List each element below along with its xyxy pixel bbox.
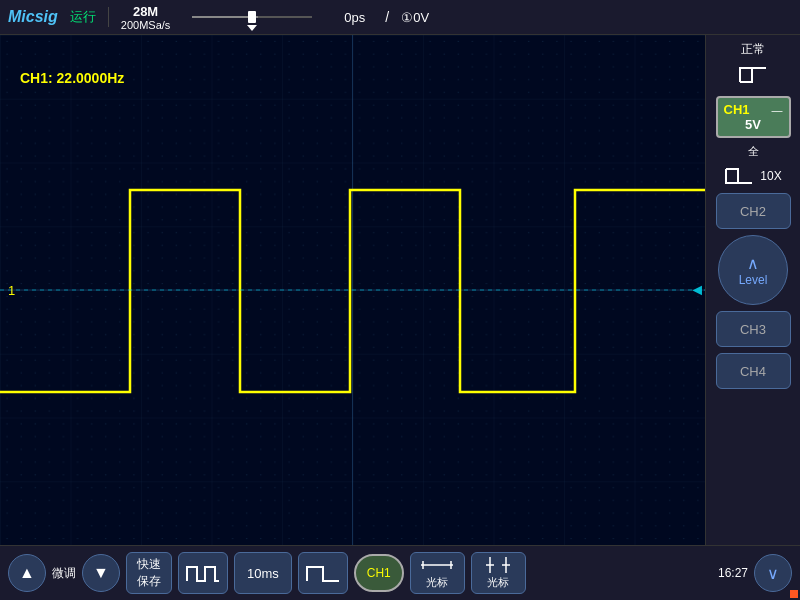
ch3-button[interactable]: CH3 — [716, 311, 791, 347]
normal-label: 正常 — [741, 41, 765, 58]
level-right-arrow: ◄ — [689, 281, 705, 299]
ch1-badge-name: CH1 — [724, 102, 750, 117]
rising-edge-icon[interactable] — [738, 64, 768, 90]
falling-edge-icon[interactable] — [724, 165, 754, 187]
divider1 — [108, 7, 109, 27]
ch1-badge[interactable]: CH1 — 5V — [716, 96, 791, 138]
logo: Micsig — [8, 8, 58, 26]
fine-tune-group: 微调 — [52, 565, 76, 582]
fine-tune-label: 微调 — [52, 565, 76, 582]
ch1-dash: — — [772, 104, 783, 116]
clock-display: 16:27 — [718, 566, 748, 580]
cursor1-label: 光标 — [426, 575, 448, 590]
horizontal-cursor-button[interactable]: 光标 — [410, 552, 465, 594]
probe-setting: 10X — [724, 165, 781, 187]
ch4-button[interactable]: CH4 — [716, 353, 791, 389]
ch1-frequency-label: CH1: 22.0000Hz — [20, 70, 124, 86]
save-label2: 保存 — [137, 573, 161, 590]
waveform — [0, 35, 705, 545]
10x-label: 10X — [760, 169, 781, 183]
recording-indicator — [790, 590, 798, 598]
timebase-slider[interactable] — [192, 7, 312, 27]
run-status: 运行 — [70, 8, 96, 26]
sample-rate-info: 28M 200MSa/s — [121, 4, 171, 31]
ch1-indicator-button[interactable]: CH1 — [354, 554, 404, 592]
level-label: Level — [739, 273, 768, 287]
level-button[interactable]: ∧ Level — [718, 235, 788, 305]
trigger-level-marker: 1 — [8, 283, 15, 298]
time-position: 0ps — [344, 10, 365, 25]
cursor2-label: 光标 — [487, 575, 509, 590]
trigger-voltage: ①0V — [401, 10, 429, 25]
single-waveform-button[interactable] — [298, 552, 348, 594]
level-up-icon: ∧ — [747, 254, 759, 273]
scope-area: CH1: 22.0000Hz 1 ◄ — [0, 35, 705, 545]
vertical-cursor-button[interactable]: 光标 — [471, 552, 526, 594]
expand-button[interactable]: ∨ — [754, 554, 792, 592]
right-panel: 正常 CH1 — 5V 全 10X CH2 ∧ Level CH3 CH4 — [705, 35, 800, 545]
ch1-full-label: 全 — [748, 144, 759, 159]
time-display: 10ms — [234, 552, 292, 594]
ch2-button[interactable]: CH2 — [716, 193, 791, 229]
top-bar: Micsig 运行 28M 200MSa/s 0ps / ①0V — [0, 0, 800, 35]
fine-tune-down-button[interactable]: ▼ — [82, 554, 120, 592]
quick-save-button[interactable]: 快速 保存 — [126, 552, 172, 594]
fine-tune-up-button[interactable]: ▲ — [8, 554, 46, 592]
trigger-slope: / — [385, 9, 389, 25]
bottom-bar: ▲ 微调 ▼ 快速 保存 10ms CH1 光标 — [0, 545, 800, 600]
save-label1: 快速 — [137, 556, 161, 573]
dual-waveform-button[interactable] — [178, 552, 228, 594]
sample-rate-sub: 200MSa/s — [121, 19, 171, 31]
ch1-voltage: 5V — [724, 117, 783, 132]
sample-rate: 28M — [133, 4, 158, 19]
